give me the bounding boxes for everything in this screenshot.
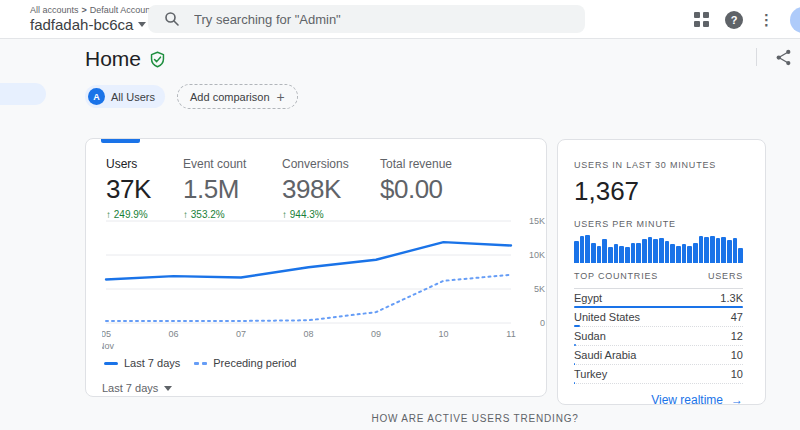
y-axis-label: 0 (540, 318, 545, 328)
metric-event-count[interactable]: Event count 1.5M ↑ 353.2% (183, 157, 282, 221)
nav-home-pill[interactable] (0, 83, 46, 105)
top-bar: All accounts>Default Account for Fire...… (0, 0, 800, 39)
users-per-minute-bar (687, 246, 692, 263)
users-per-minute-bar (653, 239, 658, 263)
country-name: Sudan (574, 330, 606, 342)
date-range-selector[interactable]: Last 7 days (102, 382, 172, 394)
date-range-label: Last 7 days (102, 382, 158, 394)
chart-legend: Last 7 days Preceding period (104, 357, 296, 369)
users-per-minute-bar (602, 239, 607, 263)
apps-grid-icon[interactable] (694, 12, 709, 27)
users-per-minute-bar (585, 235, 590, 263)
realtime-card: USERS IN LAST 30 MINUTES 1,367 USERS PER… (557, 139, 766, 405)
x-axis-label: 07 (236, 329, 246, 339)
y-axis-label: 10K (529, 250, 545, 260)
users-per-minute-bar (710, 236, 715, 263)
metric-total-revenue[interactable]: Total revenue $0.00 (380, 157, 500, 221)
search-icon (164, 11, 180, 27)
page-title: Home (85, 47, 141, 71)
more-vert-icon[interactable]: ⋮ (759, 12, 774, 27)
country-name: Turkey (574, 368, 607, 380)
add-comparison-button[interactable]: Add comparison + (177, 84, 298, 109)
metric-label: Total revenue (380, 157, 500, 171)
view-realtime-link[interactable]: View realtime → (574, 393, 743, 407)
analytics-home-screen: All accounts>Default Account for Fire...… (0, 0, 800, 430)
users-per-minute-bar (631, 243, 636, 263)
property-name: fadfadah-bc6ca (30, 16, 133, 33)
shield-check-icon (149, 51, 166, 68)
country-row: United States47 (574, 308, 743, 327)
arrow-right-icon: → (731, 393, 743, 407)
country-row: Saudi Arabia10 (574, 346, 743, 365)
users-per-minute-bar (625, 247, 630, 263)
users-per-minute-bar (608, 247, 613, 263)
users-per-minute-bar (676, 246, 681, 263)
users-per-minute-bar (738, 248, 743, 263)
avatar[interactable] (790, 7, 800, 33)
x-axis-label: 09 (371, 329, 381, 339)
country-users-value: 12 (731, 330, 743, 342)
solid-line-swatch (104, 362, 118, 365)
country-row: Turkey10 (574, 365, 743, 384)
country-name: Saudi Arabia (574, 349, 636, 361)
realtime-users-count: 1,367 (574, 176, 743, 207)
all-users-chip[interactable]: A All Users (85, 85, 165, 108)
legend-last-7-days: Last 7 days (104, 357, 180, 369)
search-input[interactable] (194, 12, 534, 27)
plus-icon: + (277, 89, 285, 105)
help-icon[interactable]: ? (725, 11, 743, 29)
users-trend-chart: 05K10K15K05060708091011Nov (102, 213, 548, 353)
users-per-minute-bar (704, 237, 709, 263)
users-column-header: USERS (708, 271, 743, 281)
users-per-minute-bar (574, 241, 579, 263)
metric-conversions[interactable]: Conversions 398K ↑ 944.3% (282, 157, 380, 221)
country-name: United States (574, 311, 640, 323)
share-icon[interactable] (775, 49, 792, 66)
country-rows: Egypt1.3KUnited States47Sudan12Saudi Ara… (574, 289, 743, 384)
country-row: Sudan12 (574, 327, 743, 346)
metrics-row: Users 37K ↑ 249.9% Event count 1.5M ↑ 35… (106, 157, 500, 221)
series-last-7-days (106, 242, 511, 279)
breadcrumb-all-accounts[interactable]: All accounts (30, 5, 79, 15)
view-realtime-label: View realtime (651, 393, 723, 407)
property-selector[interactable]: fadfadah-bc6ca (30, 16, 146, 33)
x-axis-month-label: Nov (102, 341, 114, 351)
x-axis-label: 06 (168, 329, 178, 339)
breadcrumb-separator: > (82, 5, 87, 15)
realtime-title: USERS IN LAST 30 MINUTES (574, 160, 743, 170)
users-per-minute-bar (727, 240, 732, 263)
metric-users[interactable]: Users 37K ↑ 249.9% (106, 157, 183, 221)
next-section-heading: HOW ARE ACTIVE USERS TRENDING? (280, 413, 670, 424)
search-bar[interactable] (148, 5, 585, 33)
country-name: Egypt (574, 292, 602, 304)
legend-label: Last 7 days (124, 357, 180, 369)
country-users-value: 10 (731, 349, 743, 361)
country-users-value: 47 (731, 311, 743, 323)
metric-label: Event count (183, 157, 282, 171)
chevron-down-icon (164, 386, 172, 391)
topbar-icons: ? ⋮ (694, 0, 800, 39)
card-tab-indicator (101, 139, 140, 143)
chevron-down-icon (138, 22, 146, 27)
country-users-value: 1.3K (720, 292, 743, 304)
x-axis-label: 10 (438, 329, 448, 339)
users-per-minute-bar (591, 243, 596, 263)
y-axis-label: 15K (529, 216, 545, 226)
users-per-minute-bar (699, 236, 704, 263)
users-per-minute-bar (670, 244, 675, 263)
y-axis-label: 5K (534, 284, 545, 294)
x-axis-label: 05 (102, 329, 111, 339)
users-per-minute-bar (642, 239, 647, 263)
country-users-value: 10 (731, 368, 743, 380)
series-preceding-period (106, 275, 511, 321)
metric-label: Conversions (282, 157, 380, 171)
metric-label: Users (106, 157, 183, 171)
metric-value: $0.00 (380, 174, 500, 205)
overview-card: Users 37K ↑ 249.9% Event count 1.5M ↑ 35… (85, 138, 547, 397)
dashed-line-swatch (194, 362, 207, 365)
divider (756, 48, 757, 66)
users-per-minute-bar (614, 244, 619, 263)
metric-value: 398K (282, 174, 380, 205)
metric-value: 1.5M (183, 174, 282, 205)
users-per-minute-bar (665, 241, 670, 263)
